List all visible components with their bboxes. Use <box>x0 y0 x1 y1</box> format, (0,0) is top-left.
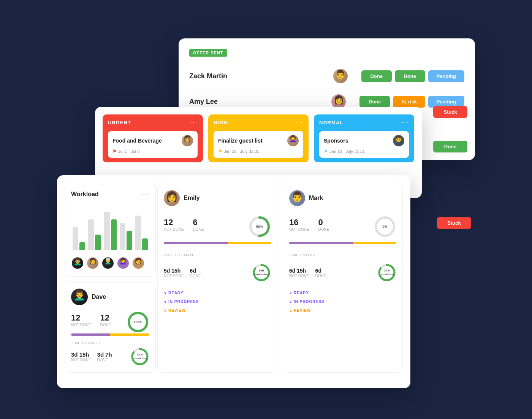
emily-not-done-time-val: 5d 15h <box>164 268 184 274</box>
emily-remaining-label: 34H remaining <box>254 269 269 276</box>
kanban-overflow: Stuck Done <box>433 106 467 152</box>
emily-done-label: Done <box>193 227 204 232</box>
emily-time-estimate-label: TIME ESTIMATE <box>164 253 271 257</box>
zack-name: Zack Martin <box>189 72 333 80</box>
dave-done-time: 3d 7h Done <box>97 351 112 362</box>
emily-not-done-time-label: Not done <box>164 274 184 278</box>
emily-not-done-num: 12 <box>164 217 184 227</box>
high-task-avatar: 👩‍🦱 <box>287 135 299 146</box>
emily-time-row: 5d 15h Not done 6d Done 34H <box>164 263 271 282</box>
bar-group-3 <box>104 212 116 250</box>
bar-group-5 <box>135 216 148 250</box>
zack-avatar: 👨 <box>333 69 348 83</box>
emily-multibar <box>164 242 271 244</box>
high-menu[interactable]: ··· <box>296 119 303 126</box>
mark-done: 0 Done <box>318 217 329 232</box>
bar-green-2 <box>95 235 101 250</box>
mark-not-done: 16 Not done <box>289 217 309 232</box>
mark-donut: 0% <box>374 215 396 238</box>
bar-bg-1 <box>73 227 78 250</box>
overflow-stuck[interactable]: Stuck <box>433 106 467 118</box>
mark-inprogress-label: IN PROGRESS <box>294 300 324 304</box>
emily-ready-tag[interactable]: ∨ READY <box>164 290 271 296</box>
mark-stats: 16 Not done 0 Done <box>289 217 329 232</box>
overflow-done[interactable]: Done <box>433 141 467 152</box>
amy-status-1[interactable]: Done <box>359 96 390 108</box>
dave-not-done-num: 12 <box>71 313 91 323</box>
dave-avatar: 👨‍🦱 <box>71 289 88 305</box>
normal-menu[interactable]: ··· <box>402 119 409 126</box>
emily-inprogress-tag[interactable]: ∨ IN PROGRESS <box>164 299 271 305</box>
dave-not-done-time-val: 3d 15h <box>71 351 91 358</box>
offer-row-zack: Zack Martin 👨 Done Done Pending <box>189 63 464 89</box>
emily-donut-label: 50% <box>256 225 263 229</box>
zack-status-3[interactable]: Pending <box>428 70 464 82</box>
mark-sections: ∨ READY ∨ IN PROGRESS ∨ REVIEW <box>289 286 396 313</box>
normal-task-card: Sponsors 👨 ⚑ Jan 10 - July 31 31 <box>319 131 409 158</box>
mark-not-done-label: Not done <box>289 227 309 232</box>
mark-card: 👨 Mark 16 Not done 0 Done <box>283 183 403 373</box>
emily-review-tag[interactable]: ∨ REVIEW <box>164 308 271 313</box>
emily-donut: 50% <box>248 215 271 238</box>
mark-not-done-time-val: 6d 15h <box>289 268 309 274</box>
mark-review-chevron: ∨ <box>289 308 292 313</box>
amy-status-3[interactable]: Pending <box>428 96 464 108</box>
amy-status-2[interactable]: At risk <box>393 96 425 108</box>
urgent-task-top: Food and Beverage 👩 <box>112 135 193 146</box>
high-task-card: Finalize guest list 👩‍🦱 ⚑ Jan 10 - July … <box>214 131 303 158</box>
mark-done-time-label: Done <box>315 274 326 278</box>
bar-bg-5 <box>135 216 141 250</box>
mark-inprogress-tag[interactable]: ∨ IN PROGRESS <box>289 299 396 305</box>
mark-done-num: 0 <box>318 217 329 227</box>
dave-remaining-donut: 34H remaining <box>130 347 149 366</box>
bar-green-1 <box>79 242 85 250</box>
zack-status-2[interactable]: Done <box>395 70 425 82</box>
emily-ready-chevron: ∨ <box>164 291 167 295</box>
mark-inprogress-chevron: ∨ <box>289 300 292 304</box>
high-task-title: Finalize guest list <box>218 138 263 144</box>
dave-done-time-val: 3d 7h <box>97 351 112 358</box>
high-date-text: Jan 10 - July 31 31 <box>224 149 259 154</box>
mark-review-label: REVIEW <box>294 308 311 313</box>
mark-remaining-donut: 34H remaining <box>377 263 396 282</box>
emily-not-done-label: Not done <box>164 227 184 232</box>
dave-not-done-label: Not done <box>71 323 91 327</box>
workload-avatar-5: 👩 <box>132 257 145 270</box>
emily-header: 👩 Emily <box>164 190 271 206</box>
emily-not-done: 12 Not done <box>164 217 184 232</box>
mark-ready-tag[interactable]: ∨ READY <box>289 290 396 296</box>
amy-name: Amy Lee <box>189 98 331 106</box>
dave-not-done-time: 3d 15h Not done <box>71 351 91 362</box>
emily-not-done-time: 5d 15h Not done <box>164 268 184 278</box>
front-overflow-stuck[interactable]: Stuck <box>437 217 471 229</box>
dave-done-time-label: Done <box>97 358 112 362</box>
normal-label: NORMAL <box>319 120 343 125</box>
normal-task-title: Sponsors <box>324 138 348 144</box>
emily-avatar: 👩 <box>164 190 180 206</box>
mark-avatar: 👨 <box>289 190 305 206</box>
workload-bars-chart <box>71 204 149 250</box>
mark-remaining-label: 34H remaining <box>380 269 394 276</box>
workload-avatar-3: 👨‍🦳 <box>101 257 114 270</box>
high-task-date: ⚑ Jan 10 - July 31 31 <box>218 149 299 154</box>
dave-donut: 100% <box>127 311 149 333</box>
workload-menu-icon[interactable]: ··· <box>141 190 149 198</box>
zack-status-1[interactable]: Done <box>361 70 392 82</box>
emily-ready-label: READY <box>168 291 184 295</box>
urgent-date-text: Jul 1 - Jul 8 <box>118 149 139 154</box>
dave-done-num: 12 <box>100 313 111 323</box>
mark-review-tag[interactable]: ∨ REVIEW <box>289 308 396 313</box>
emily-done-time: 6d Done <box>190 268 201 278</box>
high-label: HIGH <box>214 120 228 125</box>
urgent-menu[interactable]: ··· <box>190 119 198 126</box>
dave-done-label: Done <box>100 323 111 327</box>
bar-bg-2 <box>88 219 94 250</box>
mark-not-done-num: 16 <box>289 217 309 227</box>
workload-avatar-dave: 👨‍🦱 <box>71 257 84 270</box>
high-task-top: Finalize guest list 👩‍🦱 <box>218 135 299 146</box>
front-overflow: Stuck <box>433 210 475 236</box>
kanban-high-header: HIGH ··· <box>214 119 303 126</box>
kanban-col-normal: NORMAL ··· Sponsors 👨 ⚑ Jan 10 - July 31… <box>314 114 414 162</box>
normal-task-avatar: 👨 <box>393 135 404 146</box>
amy-statuses: Done At risk Pending <box>359 96 464 108</box>
